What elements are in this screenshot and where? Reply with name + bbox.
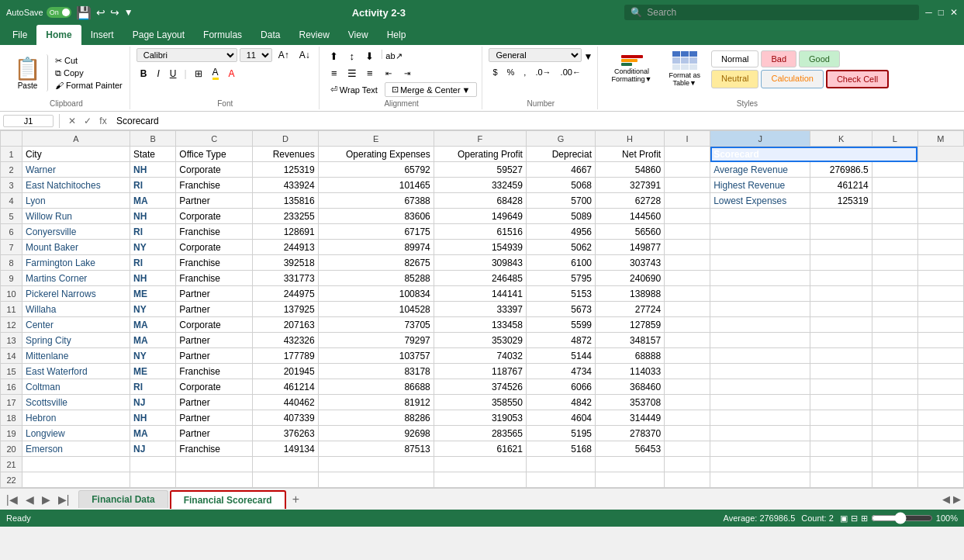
cell-A2[interactable]: Warner [22, 162, 130, 178]
col-header-E[interactable]: E [318, 131, 434, 147]
search-bar[interactable]: 🔍 [624, 5, 919, 20]
cut-button[interactable]: ✂ Cut [53, 55, 125, 67]
cell-F3[interactable]: 332459 [434, 178, 526, 193]
cell-F1[interactable]: Operating Profit [434, 147, 526, 162]
calculation-style-button[interactable]: Calculation [761, 70, 823, 88]
cell-B4[interactable]: MA [130, 193, 175, 209]
wrap-text-button[interactable]: ⏎ Wrap Text [326, 83, 382, 96]
cell-J3[interactable]: Highest Revenue [710, 178, 810, 193]
align-middle-button[interactable]: ↕ [344, 48, 361, 64]
cell-M4[interactable] [917, 193, 963, 209]
cell-H1[interactable]: Net Profit [596, 147, 665, 162]
col-header-J[interactable]: J [710, 131, 810, 147]
cell-E4[interactable]: 67388 [318, 193, 434, 209]
cell-L2[interactable] [872, 162, 917, 178]
cell-D1[interactable]: Revenues [253, 147, 318, 162]
tab-formulas[interactable]: Formulas [194, 25, 251, 45]
tab-home[interactable]: Home [36, 25, 81, 45]
underline-button[interactable]: U [166, 67, 181, 81]
cell-K4[interactable]: 125319 [810, 193, 872, 209]
cell-E1[interactable]: Operating Expenses [318, 147, 434, 162]
insert-function-icon[interactable]: fx [96, 114, 110, 128]
autosave[interactable]: AutoSave On [6, 7, 71, 18]
cell-M3[interactable] [917, 178, 963, 193]
conditional-formatting-button[interactable]: ConditionalFormatting▼ [606, 52, 658, 86]
merge-center-button[interactable]: ⊡ Merge & Center▼ [385, 82, 478, 97]
number-format-select[interactable]: General [489, 48, 582, 62]
add-sheet-button[interactable]: + [288, 491, 304, 508]
cell-A3[interactable]: East Natchitoches [22, 178, 130, 193]
cell-M2[interactable] [917, 162, 963, 178]
bad-style-button[interactable]: Bad [761, 50, 796, 67]
check-cell-button[interactable]: Check Cell [826, 70, 889, 88]
increase-indent-button[interactable]: ⇥ [399, 65, 416, 81]
customize-icon[interactable]: ▼ [124, 7, 133, 18]
tab-help[interactable]: Help [378, 25, 416, 45]
fill-color-button[interactable]: A [209, 65, 223, 81]
cell-I4[interactable] [665, 193, 710, 209]
align-bottom-button[interactable]: ⬇ [361, 48, 378, 64]
align-right-button[interactable]: ≡ [361, 65, 378, 81]
font-increase-button[interactable]: A↑ [275, 48, 293, 62]
cell-K2[interactable]: 276986.5 [810, 162, 872, 178]
sheet-tab-financial-data[interactable]: Financial Data [78, 490, 168, 508]
sheet-scroll-right[interactable]: ▶ [953, 493, 961, 505]
col-header-I[interactable]: I [665, 131, 710, 147]
neutral-style-button[interactable]: Neutral [711, 70, 758, 88]
tab-prev-button[interactable]: ◀ [22, 492, 37, 507]
close-icon[interactable]: ✕ [950, 7, 958, 18]
cell-H2[interactable]: 54860 [596, 162, 665, 178]
cell-F4[interactable]: 68428 [434, 193, 526, 209]
col-header-G[interactable]: G [526, 131, 595, 147]
cell-L4[interactable] [872, 193, 917, 209]
cell-C2[interactable]: Corporate [176, 162, 253, 178]
align-center-button[interactable]: ☰ [344, 65, 361, 81]
italic-button[interactable]: I [153, 67, 163, 81]
cell-H3[interactable]: 327391 [596, 178, 665, 193]
tab-insert[interactable]: Insert [81, 25, 123, 45]
cell-F2[interactable]: 59527 [434, 162, 526, 178]
cell-K3[interactable]: 461214 [810, 178, 872, 193]
percent-button[interactable]: % [503, 66, 519, 78]
comma-button[interactable]: , [520, 66, 530, 78]
cell-I3[interactable] [665, 178, 710, 193]
cell-D2[interactable]: 125319 [253, 162, 318, 178]
currency-button[interactable]: $ [489, 66, 501, 78]
col-header-M[interactable]: M [917, 131, 963, 147]
cell-L3[interactable] [872, 178, 917, 193]
cell-A1[interactable]: City [22, 147, 130, 162]
cell-B2[interactable]: NH [130, 162, 175, 178]
font-decrease-button[interactable]: A↓ [295, 48, 314, 62]
tab-page-layout[interactable]: Page Layout [123, 25, 194, 45]
cell-G2[interactable]: 4667 [526, 162, 595, 178]
cancel-formula-icon[interactable]: ✕ [65, 114, 79, 128]
cell-I1[interactable] [665, 147, 710, 162]
col-header-D[interactable]: D [253, 131, 318, 147]
cell-C4[interactable]: Partner [176, 193, 253, 209]
save-icon[interactable]: 💾 [76, 5, 92, 20]
text-angle-button[interactable]: ab↗ [385, 48, 403, 64]
decrease-indent-button[interactable]: ⇤ [380, 65, 397, 81]
font-family-select[interactable]: Calibri [136, 48, 237, 62]
zoom-slider[interactable] [871, 512, 933, 524]
cell-G1[interactable]: Depreciat [526, 147, 595, 162]
col-header-A[interactable]: A [22, 131, 130, 147]
number-format-expand[interactable]: ▼ [583, 51, 593, 62]
page-layout-view-icon[interactable]: ⊟ [851, 513, 858, 524]
decrease-decimal-button[interactable]: .0→ [531, 66, 555, 78]
tab-view[interactable]: View [339, 25, 378, 45]
confirm-formula-icon[interactable]: ✓ [81, 114, 95, 128]
cell-E3[interactable]: 101465 [318, 178, 434, 193]
bold-button[interactable]: B [136, 67, 151, 81]
increase-decimal-button[interactable]: .00← [557, 66, 585, 78]
col-header-B[interactable]: B [130, 131, 175, 147]
col-header-F[interactable]: F [434, 131, 526, 147]
tab-last-button[interactable]: ▶| [55, 492, 73, 507]
undo-icon[interactable]: ↩ [96, 6, 105, 19]
tab-data[interactable]: Data [251, 25, 289, 45]
font-color-button[interactable]: A [225, 67, 239, 81]
cell-I2[interactable] [665, 162, 710, 178]
col-header-H[interactable]: H [596, 131, 665, 147]
cell-J4[interactable]: Lowest Expenses [710, 193, 810, 209]
format-painter-button[interactable]: 🖌 Format Painter [53, 80, 125, 91]
